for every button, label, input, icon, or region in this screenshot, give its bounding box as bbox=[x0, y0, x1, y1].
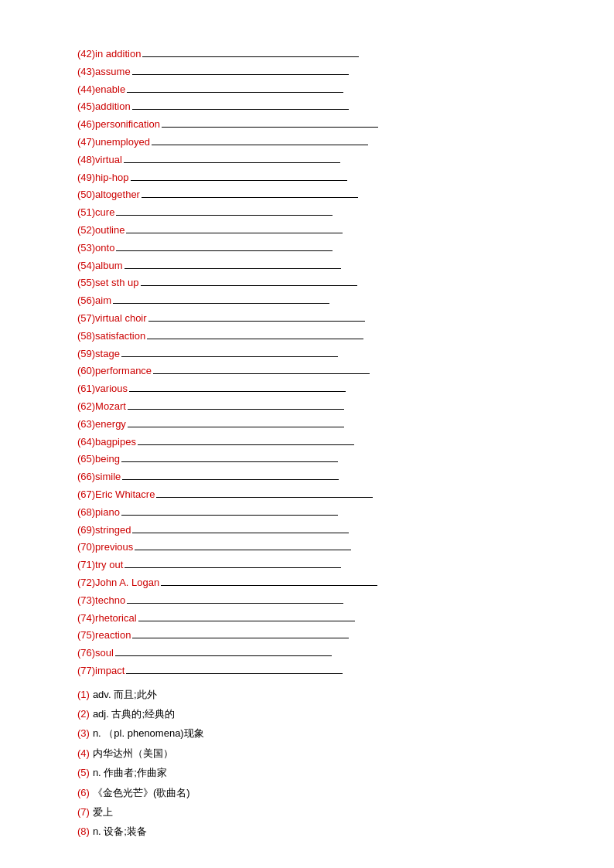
answer-label: (3) bbox=[77, 724, 90, 742]
vocab-label: (42)in addition bbox=[77, 46, 141, 63]
vocab-label: (67)Eric Whitacre bbox=[77, 487, 155, 503]
vocab-label: (75)reaction bbox=[77, 628, 131, 644]
vocab-item: (55)set sth up bbox=[77, 275, 583, 291]
vocab-item: (72)John A. Logan bbox=[77, 575, 583, 591]
vocab-line bbox=[135, 550, 351, 550]
vocab-label: (61)various bbox=[77, 381, 128, 397]
vocab-item: (60)performance bbox=[77, 363, 583, 380]
vocab-label: (69)stringed bbox=[77, 523, 131, 539]
vocab-line bbox=[152, 145, 368, 145]
vocab-item: (67)Eric Whitacre bbox=[77, 487, 583, 503]
vocab-item: (48)virtual bbox=[77, 152, 583, 168]
vocab-line bbox=[132, 74, 349, 75]
answer-label: (8) bbox=[77, 822, 90, 840]
vocab-line bbox=[138, 621, 355, 621]
vocab-line bbox=[153, 373, 370, 374]
vocab-label: (62)Mozart bbox=[77, 399, 126, 415]
vocab-item: (76)soul bbox=[77, 645, 583, 662]
vocab-item: (69)stringed bbox=[77, 523, 583, 539]
vocab-item: (54)album bbox=[77, 258, 583, 274]
vocab-label: (63)energy bbox=[77, 417, 126, 433]
vocab-list: (42)in addition(43)assume(44)enable(45)a… bbox=[77, 46, 583, 679]
vocab-item: (44)enable bbox=[77, 82, 583, 98]
vocab-item: (57)virtual choir bbox=[77, 311, 583, 327]
vocab-item: (65)being bbox=[77, 451, 583, 468]
answer-text: adv. 而且;此外 bbox=[93, 686, 157, 703]
vocab-item: (73)techno bbox=[77, 593, 583, 609]
answer-text: 内华达州（美国） bbox=[93, 744, 173, 762]
answer-item: (3)n. （pl. phenomena)现象 bbox=[77, 724, 583, 742]
vocab-line bbox=[148, 321, 365, 322]
answer-item: (2)adj. 古典的;经典的 bbox=[77, 705, 583, 723]
vocab-line bbox=[125, 268, 341, 269]
answer-item: (1)adv. 而且;此外 bbox=[77, 686, 583, 703]
vocab-item: (56)aim bbox=[77, 293, 583, 309]
vocab-label: (50)altogether bbox=[77, 187, 140, 203]
answer-label: (7) bbox=[77, 803, 90, 821]
vocab-line bbox=[142, 56, 359, 57]
vocab-label: (60)performance bbox=[77, 363, 152, 380]
vocab-line bbox=[132, 638, 349, 638]
vocab-label: (45)addition bbox=[77, 99, 131, 115]
vocab-label: (56)aim bbox=[77, 293, 111, 309]
vocab-line bbox=[128, 409, 344, 410]
answer-label: (1) bbox=[77, 686, 90, 703]
answer-item: (8)n. 设备;装备 bbox=[77, 822, 583, 840]
answer-label: (4) bbox=[77, 744, 90, 762]
vocab-line bbox=[142, 197, 358, 198]
vocab-item: (46)personification bbox=[77, 117, 583, 133]
vocab-label: (68)piano bbox=[77, 505, 120, 521]
answer-text: n. （pl. phenomena)现象 bbox=[93, 724, 204, 742]
answer-item: (4)内华达州（美国） bbox=[77, 744, 583, 762]
vocab-line bbox=[125, 567, 341, 568]
vocab-item: (50)altogether bbox=[77, 187, 583, 203]
vocab-item: (45)addition bbox=[77, 99, 583, 115]
vocab-line bbox=[131, 180, 347, 181]
vocab-line bbox=[147, 339, 363, 339]
answer-text: adj. 古典的;经典的 bbox=[93, 705, 175, 723]
vocab-label: (43)assume bbox=[77, 64, 131, 80]
vocab-label: (51)cure bbox=[77, 205, 114, 221]
vocab-line bbox=[126, 673, 343, 674]
vocab-item: (62)Mozart bbox=[77, 399, 583, 415]
answer-label: (2) bbox=[77, 705, 90, 723]
vocab-label: (49)hip-hop bbox=[77, 170, 129, 186]
vocab-label: (73)techno bbox=[77, 593, 125, 609]
vocab-item: (75)reaction bbox=[77, 628, 583, 644]
vocab-label: (64)bagpipes bbox=[77, 434, 136, 451]
vocab-line bbox=[127, 92, 343, 93]
answer-text: n. 设备;装备 bbox=[93, 822, 147, 840]
vocab-label: (57)virtual choir bbox=[77, 311, 147, 327]
vocab-item: (51)cure bbox=[77, 205, 583, 221]
answer-text: n. 作曲者;作曲家 bbox=[93, 764, 167, 781]
vocab-label: (71)try out bbox=[77, 557, 123, 574]
vocab-item: (64)bagpipes bbox=[77, 434, 583, 451]
vocab-item: (77)impact bbox=[77, 663, 583, 679]
vocab-item: (74)rhetorical bbox=[77, 611, 583, 627]
vocab-item: (43)assume bbox=[77, 64, 583, 80]
vocab-item: (66)simile bbox=[77, 469, 583, 485]
vocab-item: (42)in addition bbox=[77, 46, 583, 63]
vocab-label: (70)previous bbox=[77, 540, 133, 556]
vocab-item: (71)try out bbox=[77, 557, 583, 574]
vocab-item: (70)previous bbox=[77, 540, 583, 556]
vocab-label: (44)enable bbox=[77, 82, 125, 98]
answer-item: (5)n. 作曲者;作曲家 bbox=[77, 764, 583, 781]
vocab-item: (53)onto bbox=[77, 240, 583, 257]
vocab-item: (63)energy bbox=[77, 417, 583, 433]
vocab-label: (47)unemployed bbox=[77, 134, 150, 151]
vocab-label: (55)set sth up bbox=[77, 275, 139, 291]
vocab-line bbox=[121, 515, 338, 516]
vocab-label: (58)satisfaction bbox=[77, 328, 145, 345]
vocab-item: (68)piano bbox=[77, 505, 583, 521]
vocab-item: (47)unemployed bbox=[77, 134, 583, 151]
answer-item: (6)《金色光芒》(歌曲名) bbox=[77, 784, 583, 802]
answer-text: 《金色光芒》(歌曲名) bbox=[93, 784, 190, 802]
vocab-label: (59)stage bbox=[77, 346, 120, 363]
vocab-line bbox=[124, 162, 340, 163]
vocab-item: (52)outline bbox=[77, 223, 583, 239]
vocab-label: (53)onto bbox=[77, 240, 114, 257]
vocab-label: (46)personification bbox=[77, 117, 160, 133]
vocab-label: (77)impact bbox=[77, 663, 125, 679]
vocab-line bbox=[127, 603, 343, 604]
